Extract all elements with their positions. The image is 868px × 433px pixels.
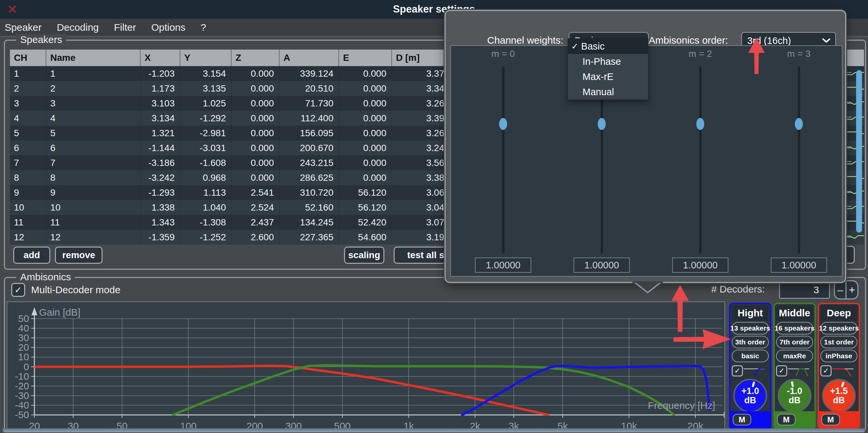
table-cell[interactable]: 6: [10, 140, 46, 155]
table-cell[interactable]: 134.245: [280, 215, 339, 230]
table-cell[interactable]: 12: [46, 230, 141, 244]
table-cell[interactable]: -1.203: [141, 66, 180, 81]
table-cell[interactable]: 0.000: [231, 126, 280, 140]
add-button[interactable]: add: [13, 246, 50, 264]
table-cell[interactable]: 2: [46, 81, 141, 96]
decoder-gain-knob[interactable]: +1.5 dB: [822, 379, 856, 412]
table-cell[interactable]: 1.338: [141, 200, 180, 215]
column-header[interactable]: Name: [46, 49, 141, 66]
table-cell[interactable]: 0.000: [339, 111, 392, 126]
table-cell[interactable]: 1: [46, 66, 141, 81]
slider-track[interactable]: [502, 66, 504, 254]
decoders-count-input[interactable]: 3: [779, 281, 830, 299]
table-cell[interactable]: 3.103: [141, 96, 180, 111]
table-cell[interactable]: 54.600: [339, 230, 392, 244]
table-cell[interactable]: 2.437: [231, 215, 280, 230]
slider-thumb[interactable]: [696, 118, 704, 130]
column-header[interactable]: D [m]: [392, 49, 450, 66]
table-cell[interactable]: 20.510: [280, 81, 339, 96]
table-cell[interactable]: 12: [10, 230, 46, 244]
table-scrollbar[interactable]: [856, 70, 862, 233]
table-cell[interactable]: -1.252: [180, 230, 231, 244]
table-cell[interactable]: 9: [46, 185, 141, 200]
mute-button[interactable]: M: [733, 414, 751, 425]
table-cell[interactable]: 5: [46, 126, 141, 140]
table-cell[interactable]: -1.292: [180, 111, 231, 126]
slider-thumb[interactable]: [499, 118, 507, 130]
table-cell[interactable]: 3.56: [392, 155, 450, 170]
table-cell[interactable]: 1: [10, 66, 46, 81]
table-cell[interactable]: 10: [46, 200, 141, 215]
table-cell[interactable]: -1.359: [141, 230, 180, 244]
table-cell[interactable]: -2.981: [180, 126, 231, 140]
decoder-gain-knob[interactable]: +1.0 dB: [733, 379, 767, 412]
table-cell[interactable]: 3.24: [392, 140, 450, 155]
decoder-filter-checkbox[interactable]: ✓: [776, 365, 787, 376]
table-cell[interactable]: 0.000: [339, 155, 392, 170]
table-cell[interactable]: 1.040: [180, 200, 231, 215]
table-cell[interactable]: 3.154: [180, 66, 231, 81]
table-cell[interactable]: 3.34: [392, 81, 450, 96]
table-cell[interactable]: 1.025: [180, 96, 231, 111]
table-cell[interactable]: 3.07: [392, 215, 450, 230]
table-cell[interactable]: 286.625: [280, 170, 339, 185]
column-header[interactable]: Z: [231, 49, 280, 66]
menu-decoding[interactable]: Decoding: [57, 22, 99, 33]
slider-track[interactable]: [699, 66, 702, 254]
multi-decoder-checkbox[interactable]: ✓: [11, 283, 25, 297]
table-cell[interactable]: 112.400: [280, 111, 339, 126]
table-cell[interactable]: 0.000: [231, 140, 280, 155]
remove-button[interactable]: remove: [55, 246, 102, 264]
table-cell[interactable]: -3.242: [141, 170, 180, 185]
decoder-gain-knob[interactable]: -1.0 dB: [778, 379, 811, 412]
table-cell[interactable]: 0.000: [231, 170, 280, 185]
table-cell[interactable]: 0.000: [339, 140, 392, 155]
decoder-speakers-button[interactable]: 12 speakers: [820, 322, 858, 334]
table-cell[interactable]: 71.730: [280, 96, 339, 111]
table-cell[interactable]: 9: [10, 185, 46, 200]
table-cell[interactable]: 11: [46, 215, 141, 230]
menu-item-basic[interactable]: ✓ Basic: [568, 39, 648, 54]
slider-value-input[interactable]: 1.00000: [574, 258, 630, 273]
table-cell[interactable]: 0.000: [231, 111, 280, 126]
table-cell[interactable]: -1.144: [141, 140, 180, 155]
menu-item-max-re[interactable]: Max-rE: [568, 69, 648, 84]
table-cell[interactable]: 3.135: [180, 81, 231, 96]
table-cell[interactable]: 3.26: [392, 126, 450, 140]
table-cell[interactable]: 11: [10, 215, 46, 230]
table-cell[interactable]: 1.321: [141, 126, 180, 140]
table-cell[interactable]: 156.095: [280, 126, 339, 140]
table-cell[interactable]: 3.134: [141, 111, 180, 126]
slider-value-input[interactable]: 1.00000: [672, 258, 728, 273]
table-cell[interactable]: 52.420: [339, 215, 392, 230]
table-cell[interactable]: 0.000: [339, 66, 392, 81]
decoder-order-button[interactable]: 1st order: [820, 336, 858, 348]
decoder-weight-button[interactable]: basic: [732, 350, 769, 362]
table-cell[interactable]: 7: [46, 155, 141, 170]
table-cell[interactable]: 0.000: [339, 81, 392, 96]
table-cell[interactable]: 3.04: [392, 200, 450, 215]
decoder-speakers-button[interactable]: 16 speakers: [776, 322, 813, 334]
table-cell[interactable]: 8: [46, 170, 141, 185]
table-cell[interactable]: -1.608: [180, 155, 231, 170]
decoders-minus-button[interactable]: –: [834, 280, 846, 299]
table-cell[interactable]: 0.968: [180, 170, 231, 185]
table-cell[interactable]: -1.293: [141, 185, 180, 200]
menu-options[interactable]: Options: [151, 22, 185, 33]
table-cell[interactable]: 52.160: [280, 200, 339, 215]
menu-speaker[interactable]: Speaker: [5, 22, 42, 33]
table-cell[interactable]: 2.600: [231, 230, 280, 244]
decoder-filter-checkbox[interactable]: ✓: [732, 365, 743, 376]
slider-thumb[interactable]: [795, 118, 803, 130]
table-cell[interactable]: 0.000: [231, 155, 280, 170]
scaling-button[interactable]: scaling: [344, 246, 384, 264]
slider-thumb[interactable]: [598, 118, 606, 130]
table-cell[interactable]: 0.000: [339, 126, 392, 140]
column-header[interactable]: E: [339, 49, 392, 66]
decoder-order-button[interactable]: 7th order: [776, 336, 813, 348]
table-cell[interactable]: 3.06: [392, 185, 450, 200]
table-cell[interactable]: 2.524: [231, 200, 280, 215]
table-cell[interactable]: 1.113: [180, 185, 231, 200]
table-cell[interactable]: 227.365: [280, 230, 339, 244]
table-cell[interactable]: 3: [10, 96, 46, 111]
